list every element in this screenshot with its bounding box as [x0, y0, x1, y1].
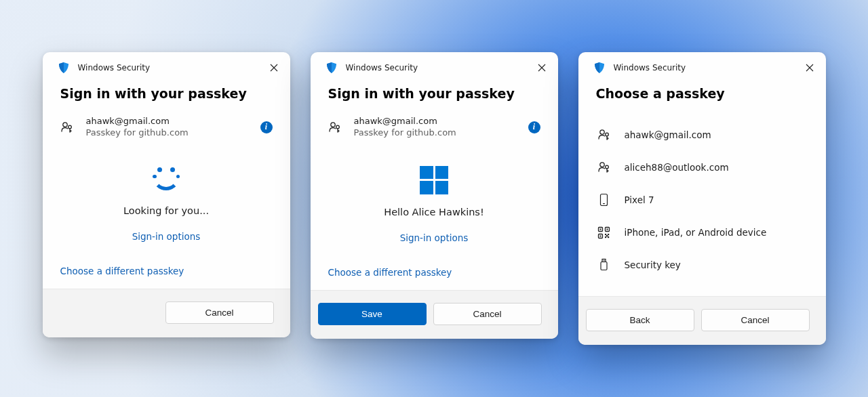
status-text: Looking for you... — [60, 205, 273, 216]
windows-logo-icon — [420, 166, 448, 194]
window-title: Windows Security — [614, 63, 804, 72]
window-title: Windows Security — [346, 63, 536, 72]
close-button[interactable] — [536, 62, 547, 73]
save-button[interactable]: Save — [318, 303, 427, 325]
passkey-subtext: Passkey for github.com — [86, 127, 260, 139]
passkey-identity-row: ahawk@gmail.com Passkey for github.com i — [60, 116, 273, 139]
window-title: Windows Security — [78, 63, 269, 72]
qr-icon — [596, 226, 612, 239]
option-label: ahawk@gmail.com — [625, 129, 711, 140]
greeting-text: Hello Alice Hawkins! — [328, 207, 540, 217]
option-label: aliceh88@outlook.com — [625, 162, 729, 173]
passkey-email: ahawk@gmail.com — [354, 116, 528, 127]
shield-icon — [593, 62, 606, 74]
info-icon[interactable]: i — [528, 121, 540, 133]
dialog-heading: Sign in with your passkey — [328, 86, 540, 101]
passkey-subtext: Passkey for github.com — [354, 127, 528, 139]
dialog-heading: Sign in with your passkey — [60, 86, 273, 101]
signin-options-link[interactable]: Sign-in options — [132, 231, 201, 242]
option-label: Pixel 7 — [625, 194, 654, 205]
passkey-option-phone[interactable]: Pixel 7 — [596, 184, 808, 216]
passkey-icon — [596, 161, 612, 174]
passkey-email: ahawk@gmail.com — [86, 116, 260, 127]
titlebar: Windows Security — [311, 52, 558, 81]
dialog-choose-passkey: Windows Security Choose a passkey ahawk@… — [578, 52, 826, 345]
titlebar: Windows Security — [578, 52, 826, 81]
passkey-option-account[interactable]: ahawk@gmail.com — [596, 119, 808, 151]
shield-icon — [326, 62, 338, 74]
info-icon[interactable]: i — [260, 121, 273, 133]
windows-hello-face-icon — [151, 166, 182, 193]
signin-options-link[interactable]: Sign-in options — [400, 232, 469, 243]
dialog-heading: Choose a passkey — [596, 86, 808, 101]
choose-different-passkey-link[interactable]: Choose a different passkey — [328, 267, 452, 278]
passkey-icon — [596, 128, 612, 142]
dialog-signin-looking: Windows Security Sign in with your passk… — [43, 52, 290, 337]
cancel-button[interactable]: Cancel — [165, 301, 274, 324]
dialog-signin-success: Windows Security Sign in with your passk… — [311, 52, 558, 339]
cancel-button[interactable]: Cancel — [433, 303, 542, 325]
option-label: iPhone, iPad, or Android device — [625, 227, 767, 238]
passkey-option-security-key[interactable]: Security key — [596, 249, 808, 281]
passkey-option-qr[interactable]: iPhone, iPad, or Android device — [596, 216, 808, 249]
back-button[interactable]: Back — [586, 309, 694, 331]
passkey-identity-row: ahawk@gmail.com Passkey for github.com i — [328, 116, 540, 139]
cancel-button[interactable]: Cancel — [701, 309, 810, 331]
close-button[interactable] — [269, 62, 279, 73]
choose-different-passkey-link[interactable]: Choose a different passkey — [60, 266, 184, 276]
titlebar: Windows Security — [43, 52, 290, 81]
close-button[interactable] — [804, 62, 815, 73]
passkey-icon — [328, 121, 344, 134]
usb-key-icon — [596, 258, 612, 272]
passkey-option-account[interactable]: aliceh88@outlook.com — [596, 151, 808, 184]
shield-icon — [58, 62, 70, 74]
passkey-icon — [60, 121, 77, 134]
option-label: Security key — [625, 259, 681, 270]
phone-icon — [596, 193, 612, 207]
